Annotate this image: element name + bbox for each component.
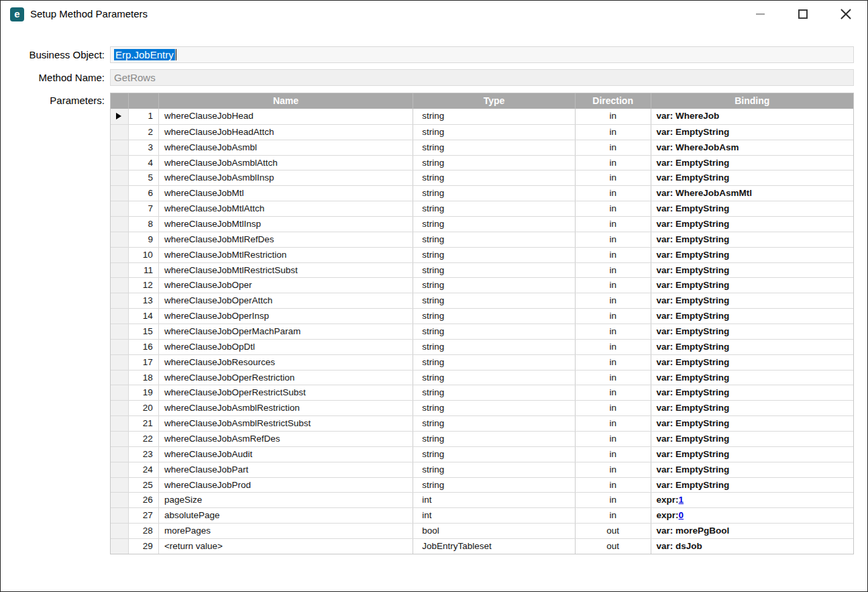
param-binding-cell[interactable]: var: EmptyString	[651, 201, 853, 216]
param-binding-cell[interactable]: var: EmptyString	[651, 309, 853, 324]
table-row[interactable]: 9whereClauseJobMtlRefDesstringinvar: Emp…	[111, 232, 853, 247]
table-row[interactable]: 22whereClauseJobAsmRefDesstringinvar: Em…	[111, 431, 853, 446]
table-row[interactable]: 25whereClauseJobProdstringinvar: EmptySt…	[111, 477, 853, 493]
param-type-cell[interactable]: string	[413, 201, 576, 216]
table-row[interactable]: 28morePagesbooloutvar: morePgBool	[111, 523, 853, 538]
table-row[interactable]: 12whereClauseJobOperstringinvar: EmptySt…	[111, 277, 853, 293]
param-direction-cell[interactable]: in	[576, 309, 651, 324]
param-name-cell[interactable]: whereClauseJobAsmblRestriction	[159, 401, 413, 415]
param-name-cell[interactable]: whereClauseJobMtlRestriction	[159, 248, 413, 262]
table-row[interactable]: 19whereClauseJobOperRestrictSubststringi…	[111, 385, 853, 400]
param-type-cell[interactable]: string	[413, 340, 576, 354]
param-direction-cell[interactable]: out	[576, 524, 651, 538]
param-name-cell[interactable]: whereClauseJobProd	[159, 478, 413, 493]
row-selector-cell[interactable]	[111, 156, 129, 170]
param-name-cell[interactable]: whereClauseJobHeadAttch	[159, 125, 413, 140]
param-binding-cell[interactable]: var: EmptyString	[651, 232, 853, 247]
param-direction-cell[interactable]: in	[576, 447, 651, 462]
param-name-cell[interactable]: whereClauseJobPart	[159, 462, 413, 477]
param-name-cell[interactable]: morePages	[159, 524, 413, 538]
table-row[interactable]: 20whereClauseJobAsmblRestrictionstringin…	[111, 400, 853, 415]
param-binding-cell[interactable]: expr:0	[651, 508, 853, 523]
minimize-button[interactable]	[739, 1, 781, 28]
param-direction-cell[interactable]: in	[576, 248, 651, 262]
param-type-cell[interactable]: string	[413, 217, 576, 232]
param-name-cell[interactable]: whereClauseJobHead	[159, 109, 413, 124]
param-type-cell[interactable]: int	[413, 508, 576, 523]
param-direction-cell[interactable]: in	[576, 432, 651, 446]
param-direction-cell[interactable]: in	[576, 140, 651, 155]
table-row[interactable]: 6whereClauseJobMtlstringinvar: WhereJobA…	[111, 185, 853, 201]
table-row[interactable]: 3whereClauseJobAsmblstringinvar: WhereJo…	[111, 140, 853, 155]
param-name-cell[interactable]: whereClauseJobAsmblRestrictSubst	[159, 416, 413, 431]
maximize-button[interactable]	[781, 1, 824, 28]
table-row[interactable]: 24whereClauseJobPartstringinvar: EmptySt…	[111, 462, 853, 477]
param-binding-cell[interactable]: var: EmptyString	[651, 478, 853, 493]
param-binding-cell[interactable]: var: EmptyString	[651, 340, 853, 354]
param-binding-cell[interactable]: expr:1	[651, 493, 853, 507]
param-name-cell[interactable]: whereClauseJobAsmbl	[159, 140, 413, 155]
param-direction-cell[interactable]: in	[576, 416, 651, 431]
param-direction-cell[interactable]: in	[576, 462, 651, 477]
param-type-cell[interactable]: string	[413, 416, 576, 431]
table-row[interactable]: 14whereClauseJobOperInspstringinvar: Emp…	[111, 308, 853, 324]
table-row[interactable]: 29<return value>JobEntryTablesetoutvar: …	[111, 538, 853, 554]
param-type-cell[interactable]: string	[413, 186, 576, 201]
param-type-cell[interactable]: string	[413, 109, 576, 124]
row-selector-cell[interactable]	[111, 263, 129, 278]
param-binding-cell[interactable]: var: WhereJob	[651, 109, 853, 124]
row-selector-cell[interactable]	[111, 371, 129, 385]
table-row[interactable]: 13whereClauseJobOperAttchstringinvar: Em…	[111, 293, 853, 308]
param-name-cell[interactable]: whereClauseJobOperRestriction	[159, 371, 413, 385]
row-selector-cell[interactable]	[111, 340, 129, 354]
param-name-cell[interactable]: whereClauseJobOperMachParam	[159, 324, 413, 339]
row-selector-cell[interactable]	[111, 432, 129, 446]
param-binding-cell[interactable]: var: EmptyString	[651, 355, 853, 370]
param-type-cell[interactable]: string	[413, 385, 576, 400]
row-selector-cell[interactable]	[111, 217, 129, 232]
param-name-cell[interactable]: whereClauseJobOperInsp	[159, 309, 413, 324]
param-binding-cell[interactable]: var: EmptyString	[651, 125, 853, 140]
param-direction-cell[interactable]: in	[576, 355, 651, 370]
business-object-input[interactable]: Erp.JobEntry	[110, 46, 854, 63]
param-direction-cell[interactable]: in	[576, 170, 651, 185]
row-selector-cell[interactable]	[111, 309, 129, 324]
row-selector-cell[interactable]	[111, 493, 129, 507]
param-type-cell[interactable]: string	[413, 140, 576, 155]
row-selector-cell[interactable]	[111, 125, 129, 140]
param-name-cell[interactable]: whereClauseJobAudit	[159, 447, 413, 462]
param-name-cell[interactable]: whereClauseJobOperRestrictSubst	[159, 385, 413, 400]
param-type-cell[interactable]: string	[413, 371, 576, 385]
param-type-cell[interactable]: string	[413, 478, 576, 493]
param-direction-cell[interactable]: in	[576, 263, 651, 278]
param-binding-cell[interactable]: var: EmptyString	[651, 401, 853, 415]
param-type-cell[interactable]: int	[413, 493, 576, 507]
param-name-cell[interactable]: whereClauseJobAsmblInsp	[159, 170, 413, 185]
table-row[interactable]: 15whereClauseJobOperMachParamstringinvar…	[111, 324, 853, 339]
table-row[interactable]: 23whereClauseJobAuditstringinvar: EmptyS…	[111, 446, 853, 462]
param-direction-cell[interactable]: in	[576, 478, 651, 493]
row-selector-cell[interactable]	[111, 447, 129, 462]
row-selector-cell[interactable]	[111, 401, 129, 415]
param-type-cell[interactable]: bool	[413, 524, 576, 538]
param-binding-cell[interactable]: var: EmptyString	[651, 371, 853, 385]
row-selector-cell[interactable]	[111, 186, 129, 201]
param-name-cell[interactable]: <return value>	[159, 539, 413, 554]
param-binding-cell[interactable]: var: EmptyString	[651, 385, 853, 400]
table-row[interactable]: 18whereClauseJobOperRestrictionstringinv…	[111, 370, 853, 385]
param-name-cell[interactable]: pageSize	[159, 493, 413, 507]
param-direction-cell[interactable]: in	[576, 508, 651, 523]
param-binding-cell[interactable]: var: EmptyString	[651, 170, 853, 185]
param-binding-cell[interactable]: var: EmptyString	[651, 293, 853, 308]
param-name-cell[interactable]: whereClauseJobMtl	[159, 186, 413, 201]
param-name-cell[interactable]: whereClauseJobAsmblAttch	[159, 156, 413, 170]
param-name-cell[interactable]: whereClauseJobOper	[159, 278, 413, 293]
param-type-cell[interactable]: string	[413, 293, 576, 308]
param-type-cell[interactable]: string	[413, 125, 576, 140]
param-name-cell[interactable]: whereClauseJobMtlAttch	[159, 201, 413, 216]
row-selector-cell[interactable]	[111, 385, 129, 400]
table-row[interactable]: 26pageSizeintinexpr:1	[111, 492, 853, 507]
table-row[interactable]: 11whereClauseJobMtlRestrictSubststringin…	[111, 262, 853, 278]
table-row[interactable]: 4whereClauseJobAsmblAttchstringinvar: Em…	[111, 155, 853, 170]
param-direction-cell[interactable]: in	[576, 340, 651, 354]
